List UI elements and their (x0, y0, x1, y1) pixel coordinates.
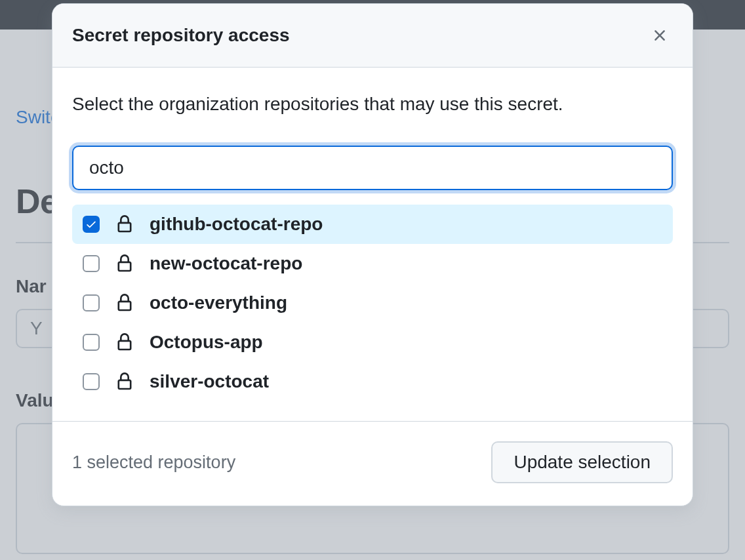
repo-item[interactable]: new-octocat-repo (72, 244, 673, 283)
repo-checkbox[interactable] (83, 294, 100, 311)
lock-icon (115, 215, 134, 233)
repo-list: github-octocat-reponew-octocat-repoocto-… (72, 205, 673, 401)
lock-icon (115, 294, 134, 312)
modal-title: Secret repository access (72, 25, 290, 46)
close-button[interactable] (647, 22, 673, 49)
repo-name-label: octo-everything (150, 292, 287, 313)
close-icon (651, 26, 669, 45)
repo-search-input[interactable] (72, 146, 673, 190)
repo-checkbox[interactable] (83, 373, 100, 390)
modal-body: Select the organization repositories tha… (52, 68, 693, 421)
repo-item[interactable]: github-octocat-repo (72, 205, 673, 244)
repo-name-label: silver-octocat (150, 371, 269, 392)
repo-checkbox[interactable] (83, 255, 100, 272)
repo-item[interactable]: silver-octocat (72, 362, 673, 401)
search-wrapper (72, 146, 673, 190)
secret-repo-access-modal: Secret repository access Select the orga… (52, 3, 693, 506)
repo-name-label: github-octocat-repo (150, 214, 323, 235)
repo-item[interactable]: octo-everything (72, 283, 673, 323)
update-selection-button[interactable]: Update selection (491, 441, 673, 483)
modal-footer: 1 selected repository Update selection (52, 421, 693, 506)
lock-icon (115, 254, 134, 273)
modal-description: Select the organization repositories tha… (72, 91, 673, 117)
repo-name-label: Octopus-app (150, 332, 263, 353)
lock-icon (115, 333, 134, 351)
repo-name-label: new-octocat-repo (150, 253, 302, 274)
repo-checkbox[interactable] (83, 216, 100, 233)
modal-header: Secret repository access (52, 4, 693, 68)
selected-count-text: 1 selected repository (72, 452, 235, 473)
lock-icon (115, 372, 134, 391)
repo-item[interactable]: Octopus-app (72, 323, 673, 362)
repo-checkbox[interactable] (83, 334, 100, 351)
